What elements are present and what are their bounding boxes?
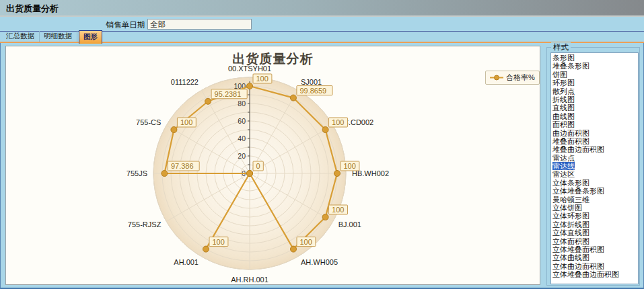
value-label: 100 <box>344 162 356 170</box>
window-titlebar: 出货质量分析 <box>0 0 644 17</box>
window-title: 出货质量分析 <box>6 3 59 15</box>
style-option[interactable]: 曼哈顿三维 <box>551 196 638 204</box>
style-option[interactable]: 条形图 <box>551 54 638 62</box>
style-option[interactable]: 立体面积图 <box>551 237 638 245</box>
data-point <box>334 171 341 177</box>
data-point <box>247 83 253 89</box>
data-point <box>247 171 253 177</box>
tab-strip: 汇总数据 明细数据 图形 <box>0 32 644 42</box>
style-option[interactable]: 立体曲线图 <box>551 253 638 261</box>
data-point <box>291 246 297 252</box>
style-option[interactable]: 立体条形图 <box>551 179 638 187</box>
style-option[interactable]: 散列点 <box>551 87 638 95</box>
style-option[interactable]: 堆叠面积图 <box>551 137 638 145</box>
category-label: AH.001 <box>174 258 199 266</box>
data-point <box>322 127 328 133</box>
style-group-title: 样式 <box>551 42 571 52</box>
tab-graph[interactable]: 图形 <box>79 30 102 44</box>
data-point <box>205 98 211 104</box>
style-option[interactable]: 直线图 <box>551 104 638 112</box>
value-label: 0 <box>256 162 260 170</box>
value-label: 100 <box>332 118 344 126</box>
style-option[interactable]: 立体折线图 <box>551 220 638 229</box>
category-label: AH.RH.001 <box>231 276 269 284</box>
style-option[interactable]: 立体堆叠曲边面积图 <box>551 270 638 278</box>
category-label: AH.WH005 <box>301 258 338 266</box>
tab-summary-data[interactable]: 汇总数据 <box>2 31 40 42</box>
value-label: 97.386 <box>171 162 194 170</box>
data-point <box>171 127 177 133</box>
category-label: SJ001 <box>301 78 322 86</box>
app-window: 出货质量分析 销售单日期 汇总数据 明细数据 图形 02040608010000… <box>0 0 644 289</box>
legend-series-marker-icon <box>490 75 503 81</box>
category-label: 755-CS <box>136 118 161 126</box>
value-label: 100 <box>332 206 344 214</box>
style-option[interactable]: 立体曲边面积图 <box>551 262 638 270</box>
sale-date-label: 销售单日期 <box>74 20 145 30</box>
style-option[interactable]: 立体饼图 <box>551 204 638 212</box>
style-option[interactable]: 曲线图 <box>551 112 638 120</box>
axis-tick-label: 80 <box>238 99 246 108</box>
value-label: 100 <box>213 238 225 246</box>
chart-legend: 合格率% <box>485 71 540 85</box>
style-option[interactable]: 雷达区 <box>551 170 638 178</box>
style-option[interactable]: 折线图 <box>551 95 638 104</box>
chart-title: 出货质量分析 <box>6 50 540 68</box>
style-option[interactable]: 立体堆叠条形图 <box>551 187 638 195</box>
category-label: 755JS <box>127 169 147 177</box>
style-option[interactable]: 堆叠曲边面积图 <box>551 145 638 153</box>
style-option[interactable]: 饼图 <box>551 71 638 79</box>
axis-tick-label: 40 <box>238 134 246 142</box>
legend-series-label: 合格率% <box>506 73 535 83</box>
category-label: 0111222 <box>171 78 199 86</box>
style-option[interactable]: 立体堆叠面积图 <box>551 245 638 253</box>
radar-chart: 02040608010000.XTSYH01SJ001SC.CD002HB.WH… <box>6 46 540 284</box>
category-label: 755-RJSZ <box>128 220 162 229</box>
category-label: BJ.001 <box>338 220 361 229</box>
style-option[interactable]: 雷达线 <box>551 162 638 170</box>
data-point <box>203 246 209 252</box>
axis-tick-label: 60 <box>238 117 246 125</box>
data-point <box>322 214 328 220</box>
style-option[interactable]: 立体环形图 <box>551 212 638 220</box>
value-label: 100 <box>180 118 192 126</box>
value-label: 100 <box>300 238 312 246</box>
tab-detail-data[interactable]: 明细数据 <box>40 31 77 42</box>
sale-date-input[interactable] <box>147 19 252 30</box>
style-option[interactable]: 曲边面积图 <box>551 129 638 137</box>
style-option[interactable]: 堆叠条形图 <box>551 62 638 70</box>
value-label: 95.2381 <box>215 90 242 98</box>
axis-tick-label: 20 <box>238 152 246 160</box>
chart-panel: 02040608010000.XTSYH01SJ001SC.CD002HB.WH… <box>5 46 540 285</box>
value-label: 100 <box>256 75 269 83</box>
style-option[interactable]: 面积图 <box>551 120 638 128</box>
data-point <box>162 171 168 177</box>
style-option[interactable]: 雷达点 <box>551 154 638 162</box>
data-point <box>290 95 296 101</box>
style-option[interactable]: 环形图 <box>551 79 638 87</box>
style-option[interactable]: 立体直线图 <box>551 229 638 237</box>
value-label: 99.8659 <box>299 87 326 95</box>
style-listbox[interactable]: 条形图堆叠条形图饼图环形图散列点折线图直线图曲线图面积图曲边面积图堆叠面积图堆叠… <box>550 52 639 284</box>
filter-bar: 销售单日期 <box>0 18 644 32</box>
